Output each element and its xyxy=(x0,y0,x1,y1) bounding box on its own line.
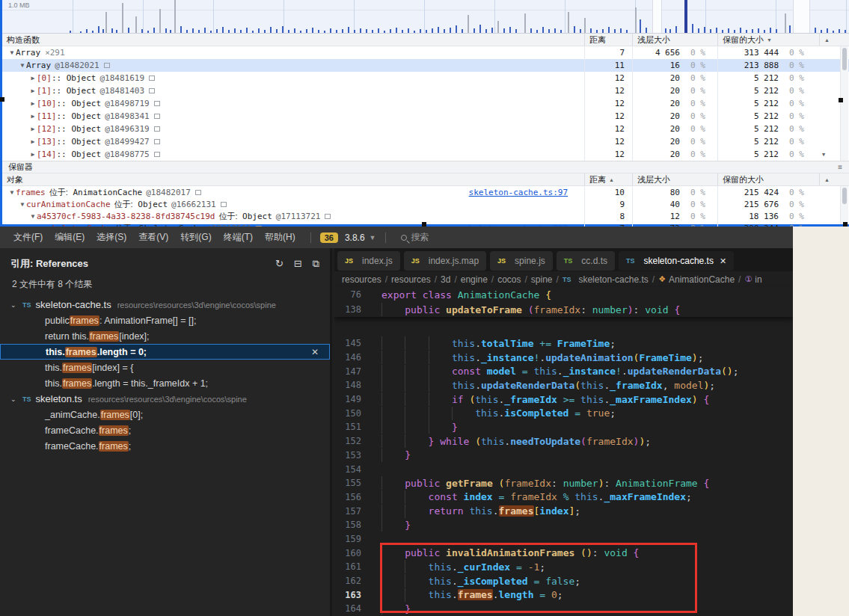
reference-result-row[interactable]: return this.frames[index]; xyxy=(0,328,330,344)
breadcrumb-item[interactable]: TSskeleton-cache.ts xyxy=(563,274,649,285)
tab-index.js[interactable]: JSindex.js xyxy=(337,251,400,271)
col-retained-size[interactable]: 保留的大小▼ xyxy=(717,34,819,46)
collapse-all-icon[interactable]: ⊟ xyxy=(294,258,302,270)
reference-result-row[interactable]: this.frames[index] = { xyxy=(0,360,330,375)
heap-object-row[interactable]: ▶[12] :: Object@1849631912200 %5 2120 % xyxy=(2,123,849,135)
object-preview-icon[interactable] xyxy=(149,76,155,81)
reference-result-row[interactable]: _animCache.frames[0]; xyxy=(0,407,330,422)
reference-result-row[interactable]: public frames: AnimationFrame[] = []; xyxy=(0,312,330,328)
heap-object-row[interactable]: ▶[0] :: Object@1848161912200 %5 2120 % xyxy=(2,72,849,84)
breadcrumb-item[interactable]: resources xyxy=(391,274,431,285)
close-icon[interactable]: ✕ xyxy=(720,256,726,266)
object-preview-icon[interactable] xyxy=(154,101,160,106)
breadcrumb-item[interactable]: cocos xyxy=(497,274,521,285)
menu-item-转[interactable]: 转到(G) xyxy=(174,229,217,246)
heap-object-row[interactable]: ▶[1] :: Object@1848140312200 %5 2120 % xyxy=(2,84,849,97)
breadcrumb-item[interactable]: ①in xyxy=(744,274,761,285)
tab-spine.js[interactable]: JSspine.js xyxy=(490,251,553,271)
scroll-down-icon[interactable]: ▼ xyxy=(822,152,825,158)
col-ret-distance[interactable]: 距离▲ xyxy=(584,173,632,185)
col-ret-shallow[interactable]: 浅层大小 xyxy=(632,173,717,185)
reference-result-row[interactable]: this.frames.length = this._frameIdx + 1; xyxy=(0,375,330,391)
retainer-row[interactable]: ▼curAnimationCache位于: Object@16662131940… xyxy=(2,198,849,210)
col-ret-retained[interactable]: 保留的大小 xyxy=(717,173,819,185)
col-object[interactable]: 对象 xyxy=(2,173,584,185)
breadcrumb-item[interactable]: resources xyxy=(342,274,381,285)
expand-arrow-icon[interactable]: ▼ xyxy=(29,213,37,220)
close-icon[interactable]: ✕ xyxy=(311,347,319,357)
reference-result-row[interactable]: frameCache.frames; xyxy=(0,438,330,454)
clear-all-icon[interactable]: ⧉ xyxy=(313,258,319,270)
code-editor[interactable]: 145this.totalTime += FrameTime;146this._… xyxy=(334,317,793,616)
collapse-arrow-icon[interactable]: ▶ xyxy=(29,87,37,94)
retainer-row[interactable]: ▼a45370cf-5983-4a33-8238-8fd38745c19d位于:… xyxy=(2,210,849,222)
menu-item-文[interactable]: 文件(F) xyxy=(7,229,49,246)
object-preview-icon[interactable] xyxy=(149,88,155,93)
scrollbar-thumb[interactable] xyxy=(842,188,847,204)
selection-handle[interactable] xyxy=(0,97,4,102)
timeline-selection-band[interactable] xyxy=(793,0,810,33)
tab-index.js.map[interactable]: JSindex.js.map xyxy=(404,251,486,271)
collapse-arrow-icon[interactable]: ▶ xyxy=(29,138,37,145)
selection-handle[interactable] xyxy=(839,98,843,102)
collapse-arrow-icon[interactable]: ▶ xyxy=(29,100,37,107)
heap-object-row[interactable]: ▶[13] :: Object@1849942712200 %5 2120 % xyxy=(2,135,849,148)
command-center-search[interactable]: 搜索 xyxy=(401,231,429,244)
notification-badge[interactable]: 36 xyxy=(320,232,338,243)
expand-arrow-icon[interactable]: ▼ xyxy=(19,62,26,69)
retainers-menu-icon[interactable]: ≡ xyxy=(838,163,843,171)
object-preview-icon[interactable] xyxy=(325,214,331,219)
collapse-arrow-icon[interactable]: ▶ xyxy=(29,113,37,120)
breadcrumb-item[interactable]: 3d xyxy=(441,274,450,285)
reference-file-row[interactable]: ⌄TSskeleton.tsresources\resources\3d\eng… xyxy=(0,391,330,407)
col-shallow-size[interactable]: 浅层大小 xyxy=(632,34,717,46)
tab-skeleton-cache.ts[interactable]: TSskeleton-cache.ts✕ xyxy=(619,251,734,271)
reference-result-row[interactable]: this.frames.length = 0;✕ xyxy=(0,344,330,360)
object-preview-icon[interactable] xyxy=(154,126,160,132)
collapse-arrow-icon[interactable]: ▶ xyxy=(29,75,37,81)
menu-item-终[interactable]: 终端(T) xyxy=(218,229,259,246)
constructors-scrollbar[interactable] xyxy=(840,46,848,161)
expand-arrow-icon[interactable]: ▼ xyxy=(19,201,26,208)
source-link[interactable]: skeleton-cache.ts:97 xyxy=(469,188,578,197)
reference-result-row[interactable]: frameCache.frames; xyxy=(0,422,330,438)
refresh-icon[interactable]: ↻ xyxy=(275,258,283,270)
heap-timeline[interactable]: 1.0 MB xyxy=(2,0,849,34)
menu-item-帮[interactable]: 帮助(H) xyxy=(259,229,301,246)
breadcrumb-item[interactable]: ❖AnimationCache xyxy=(658,274,735,285)
heap-object-row[interactable]: ▼Array@1848202111160 %213 8880 % xyxy=(2,59,849,72)
timeline-selection-band[interactable] xyxy=(652,0,662,33)
chevron-down-icon[interactable]: ⌄ xyxy=(10,301,22,309)
retainer-row[interactable]: ▼frames位于: AnimationCache@18482017skelet… xyxy=(2,186,849,198)
object-preview-icon[interactable] xyxy=(104,63,110,68)
heap-object-row[interactable]: ▶[14] :: Object@1849877512200 %5 2120 %▼ xyxy=(2,148,849,161)
expand-arrow-icon[interactable]: ▼ xyxy=(8,49,16,56)
heap-object-row[interactable]: ▼Array×29174 6560 %313 4440 % xyxy=(2,46,849,59)
object-preview-icon[interactable] xyxy=(154,152,160,157)
scroll-up-icon[interactable]: ▲ xyxy=(824,177,830,182)
object-preview-icon[interactable] xyxy=(195,190,201,195)
heap-object-row[interactable]: ▶[10] :: Object@1849871912200 %5 2120 % xyxy=(2,97,849,110)
chevron-down-icon[interactable]: ⌄ xyxy=(10,395,22,403)
col-distance[interactable]: 距离 xyxy=(584,34,632,46)
breadcrumb[interactable]: resources/resources/3d/engine/cocos/spin… xyxy=(334,271,793,287)
object-preview-icon[interactable] xyxy=(154,139,160,144)
menu-item-选[interactable]: 选择(S) xyxy=(91,229,132,246)
breadcrumb-item[interactable]: spine xyxy=(531,274,553,285)
scroll-up-icon[interactable]: ▲ xyxy=(824,37,830,43)
breadcrumb-item[interactable]: engine xyxy=(461,274,488,285)
version-label[interactable]: 3.8.6 xyxy=(345,232,365,243)
object-preview-icon[interactable] xyxy=(221,202,227,207)
heap-object-row[interactable]: ▶[11] :: Object@1849834112200 %5 2120 % xyxy=(2,110,849,123)
scrollbar-thumb[interactable] xyxy=(842,48,847,70)
retainers-scrollbar[interactable] xyxy=(840,186,848,224)
collapse-arrow-icon[interactable]: ▶ xyxy=(29,151,37,158)
collapse-arrow-icon[interactable]: ▶ xyxy=(29,126,37,132)
object-preview-icon[interactable] xyxy=(154,114,160,119)
reference-file-row[interactable]: ⌄TSskeleton-cache.tsresources\resources\… xyxy=(0,297,330,312)
menu-item-编[interactable]: 编辑(E) xyxy=(49,229,91,246)
col-constructor[interactable]: 构造函数 xyxy=(2,34,584,46)
tab-cc.d.ts[interactable]: TScc.d.ts xyxy=(557,251,615,271)
menu-item-查[interactable]: 查看(V) xyxy=(132,229,174,246)
expand-arrow-icon[interactable]: ▼ xyxy=(8,189,16,196)
